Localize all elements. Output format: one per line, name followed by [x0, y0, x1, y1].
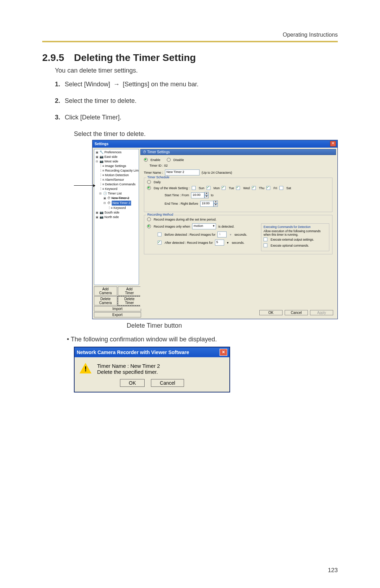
schedule-legend: Timer Schedule: [146, 175, 171, 179]
timer-id-label: Timer ID : 02: [150, 164, 168, 167]
timer-name-input[interactable]: New Timer 2: [165, 169, 200, 175]
tree-item-north[interactable]: ▣ 📷 North side: [95, 215, 138, 219]
step-number: 3.: [55, 114, 65, 121]
tree-item-rec-cap[interactable]: ⋮≡ Recording Capacity Limit: [95, 168, 138, 173]
figure-caption-2: Delete Timer button: [127, 322, 338, 329]
confirm-cancel-button[interactable]: Cancel: [151, 379, 184, 387]
day-label: Sat: [286, 186, 291, 190]
tree-view[interactable]: ▣ 🔧 Preferences ▣ 📷 East side ⊟ 📷 West s…: [94, 149, 139, 285]
step-3: 3. Click [Delete Timer].: [55, 114, 338, 121]
spin-down-icon[interactable]: ▼: [214, 204, 218, 207]
tree-item-alarm[interactable]: ⋮≡ Alarm/Sensor: [95, 178, 138, 182]
confirm-line1: Timer Name : New Timer 2: [97, 363, 160, 369]
enable-radio[interactable]: [144, 158, 148, 162]
tree-item-preferences[interactable]: ▣ 🔧 Preferences: [95, 150, 138, 155]
intro-text: You can delete timer settings.: [55, 66, 338, 75]
to-label: to: [211, 193, 214, 197]
delete-timer-button[interactable]: Delete Timer: [118, 296, 141, 305]
detection-type-select[interactable]: motion▾: [192, 223, 216, 229]
exec-ext-checkbox[interactable]: [264, 237, 267, 241]
recording-fieldset: Recording Method Record images during al…: [144, 215, 332, 254]
timer-name-label: Timer Name :: [144, 171, 163, 174]
tree-item-new-timer-struck[interactable]: ▣ ⏱ New Timer 2: [95, 196, 138, 200]
daily-label: Daily: [154, 180, 161, 184]
cancel-button[interactable]: Cancel: [285, 310, 308, 315]
ok-button[interactable]: OK: [259, 310, 283, 315]
rec-only-radio[interactable]: [147, 224, 151, 228]
step-text: Select [Window]: [65, 81, 110, 88]
after-checkbox[interactable]: [158, 241, 162, 245]
spin-up-icon[interactable]: ▲: [214, 200, 218, 204]
close-icon[interactable]: ×: [220, 349, 227, 356]
after-label: After detected : Record images for: [165, 241, 213, 245]
confirm-dialog: Network Camera Recorder with Viewer Soft…: [74, 347, 230, 392]
start-time-label: Start Time : From: [165, 193, 189, 197]
exec-commands-box: Executing Commands for Detection Allow e…: [261, 223, 329, 251]
mon-checkbox[interactable]: [207, 186, 210, 190]
fri-checkbox[interactable]: [266, 186, 270, 190]
tree-item-det-cmd[interactable]: ⋮≡ Detection Commands: [95, 182, 138, 187]
before-seconds-input[interactable]: 1: [217, 231, 227, 237]
arrow-icon: →: [112, 81, 121, 88]
tue-checkbox[interactable]: [222, 186, 226, 190]
tree-item-image-settings[interactable]: ⋮≡ Image Settings: [95, 164, 138, 168]
disable-radio[interactable]: [167, 158, 171, 162]
spin-up-icon[interactable]: ▲: [204, 192, 209, 195]
sat-checkbox[interactable]: [279, 186, 283, 190]
day-label: Fri: [273, 186, 277, 190]
tree-item-motion[interactable]: ⋮≡ Motion Detection: [95, 173, 138, 178]
window-titlebar[interactable]: Settings ×: [93, 140, 337, 148]
thu-checkbox[interactable]: [252, 186, 256, 190]
spin-down-icon[interactable]: ▼: [204, 195, 209, 198]
import-button[interactable]: Import: [94, 306, 141, 311]
tree-item-east[interactable]: ▣ 📷 East side: [95, 155, 138, 159]
apply-button[interactable]: Apply: [310, 310, 333, 315]
after-seconds-input[interactable]: 5: [215, 240, 224, 246]
tree-item-west[interactable]: ⊟ 📷 West side: [95, 159, 138, 164]
seconds-label: seconds.: [234, 233, 247, 236]
exec-opt-checkbox[interactable]: [264, 243, 267, 247]
tree-item-keyword2[interactable]: ⋮≡ Keyword: [95, 206, 138, 210]
step-number: 2.: [55, 97, 65, 105]
rec-all-radio[interactable]: [147, 217, 151, 221]
add-camera-button[interactable]: Add Camera: [94, 286, 117, 296]
step-text: [Settings] on the menu bar.: [123, 81, 198, 88]
export-button[interactable]: Export: [94, 312, 141, 317]
enable-label: Enable: [151, 158, 160, 162]
tree-item-keyword[interactable]: ⋮≡ Keyword: [95, 187, 138, 191]
add-timer-button[interactable]: Add Timer: [118, 286, 141, 296]
window-title: Settings: [95, 142, 108, 146]
section-title: Deleting the Timer Setting: [74, 52, 196, 63]
tree-item-new-timer-selected[interactable]: ⊟ ⏱ New Timer 2: [95, 200, 138, 206]
close-icon[interactable]: ×: [330, 141, 336, 147]
daily-radio[interactable]: [147, 180, 151, 184]
day-label: Wed: [243, 186, 249, 190]
exec-ext-label: Execute external output settings.: [271, 238, 314, 241]
dow-radio[interactable]: [147, 186, 151, 190]
start-time-input[interactable]: 16:00: [191, 192, 204, 198]
exec-opt-label: Execute optional commands.: [271, 244, 309, 247]
figure-caption-1: Select the timer to delete.: [74, 130, 338, 138]
before-checkbox[interactable]: [158, 233, 162, 236]
confirm-ok-button[interactable]: OK: [120, 379, 145, 387]
section-heading: 2.9.5Deleting the Timer Setting: [42, 52, 338, 63]
step-2: 2. Select the timer to delete.: [55, 97, 338, 105]
step-text: Select the timer to delete.: [65, 97, 137, 105]
running-header: Operating Instructions: [42, 32, 338, 42]
warning-icon: !: [80, 363, 91, 375]
timer-name-hint: (Up to 24 Characters): [202, 171, 232, 174]
confirm-titlebar[interactable]: Network Camera Recorder with Viewer Soft…: [75, 347, 229, 357]
end-time-input[interactable]: 19:00: [200, 201, 214, 207]
day-label: Tue: [229, 186, 234, 190]
bullet-text: • The following confirmation window will…: [67, 336, 338, 343]
is-detected-label: is detected.: [218, 225, 234, 228]
disable-label: Disable: [173, 158, 184, 162]
wed-checkbox[interactable]: [236, 186, 240, 190]
sun-checkbox[interactable]: [192, 186, 196, 190]
delete-camera-button[interactable]: Delete Camera: [94, 296, 117, 305]
page-number: 123: [328, 567, 338, 574]
tree-item-timer-list[interactable]: ⊟ 🕒 Timer List: [95, 191, 138, 196]
confirm-title: Network Camera Recorder with Viewer Soft…: [77, 349, 189, 355]
tree-item-south[interactable]: ▣ 📷 South side: [95, 210, 138, 215]
settings-figure: Settings × ▣ 🔧 Preferences ▣ 📷 East side…: [74, 140, 338, 319]
